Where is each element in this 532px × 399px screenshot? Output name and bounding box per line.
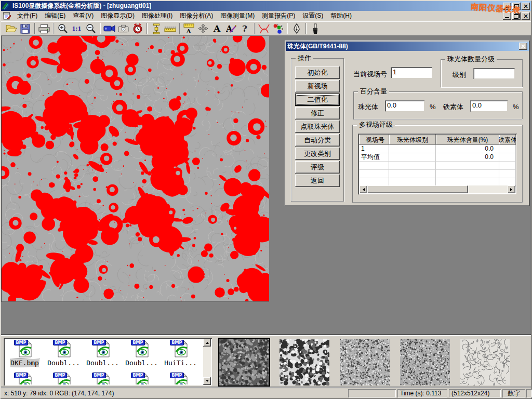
menu-image-process[interactable]: 图像处理(I) — [138, 10, 176, 21]
menu-edit[interactable]: 编辑(E) — [41, 10, 69, 21]
file-item[interactable]: BMP — [161, 372, 200, 384]
text-tool-icon[interactable]: A — [210, 22, 224, 35]
file-list-scrollbar[interactable] — [203, 339, 211, 385]
table-row[interactable]: 平均值 0.0 — [359, 153, 516, 162]
table-horizontal-scrollbar[interactable] — [360, 185, 515, 193]
zoom-out-icon[interactable] — [84, 22, 98, 35]
file-item[interactable]: BMP HuiTi... — [161, 339, 200, 367]
file-item[interactable]: BMP Doubl... — [44, 339, 83, 367]
grade-input[interactable] — [473, 68, 515, 79]
metallograph-image[interactable] — [2, 36, 269, 301]
binarize-button[interactable]: 二值化 — [295, 94, 340, 106]
correct-button[interactable]: 修正 — [295, 107, 340, 119]
minimize-button[interactable] — [503, 3, 511, 10]
vertical-ruler-icon[interactable] — [149, 22, 163, 35]
menu-file[interactable]: 文件(F) — [14, 10, 41, 21]
file-item[interactable]: BMP — [44, 372, 83, 384]
title-bar[interactable]: IS100显微摄像系统(金相分析版) - [zhuguangti01] × — [1, 1, 531, 11]
brush-icon[interactable] — [308, 22, 322, 35]
help-icon[interactable]: ? — [238, 22, 252, 35]
file-item[interactable]: BMP — [122, 372, 161, 384]
dialog-close-button[interactable]: × — [519, 43, 527, 50]
pick-pearlite-button[interactable]: 点取珠光体 — [295, 121, 340, 133]
operation-group-label: 操作 — [296, 55, 313, 62]
scrollbar-track[interactable] — [203, 347, 211, 377]
thumbnail-3[interactable] — [340, 339, 390, 385]
scroll-down-button[interactable] — [203, 377, 211, 385]
zoom-ratio-icon[interactable]: 1:1 — [70, 22, 84, 35]
timer-icon[interactable] — [130, 22, 144, 35]
classify-dots-icon[interactable]: 1 2 3 — [271, 22, 285, 35]
scroll-right-button[interactable] — [508, 185, 515, 193]
dialog-title-bar[interactable]: 珠光体(GB/T9441-88) × — [286, 42, 529, 51]
toolbar: 1:1 — [1, 22, 531, 36]
mdi-minimize-button[interactable] — [503, 12, 511, 20]
bmp-file-icon: BMP — [94, 339, 112, 358]
multi-field-group: 多视场评级 视场号 珠光体级别 珠光体含量(%) 铁素体 1 — [352, 125, 523, 203]
file-item[interactable]: BMP Doubl... — [83, 339, 122, 367]
percent-group: 百分含量 珠光体 0.0 % 铁素体 0.0 % — [353, 91, 523, 119]
pearlite-percent-input[interactable]: 0.0 — [385, 100, 424, 112]
thumbnail-1[interactable] — [219, 339, 269, 385]
menu-image-display[interactable]: 图像显示(D) — [97, 10, 138, 21]
scroll-up-button[interactable] — [203, 339, 211, 347]
col-header-grade[interactable]: 珠光体级别 — [389, 135, 436, 145]
bmp-file-icon: BMP — [55, 372, 73, 384]
menu-view[interactable]: 查看(V) — [69, 10, 97, 21]
calibrate-icon[interactable]: A — [182, 22, 196, 35]
move-tool-icon[interactable] — [196, 22, 210, 35]
thumbnail-5[interactable] — [460, 339, 510, 385]
mdi-close-button[interactable]: × — [522, 12, 530, 20]
cell-field-no: 1 — [359, 145, 389, 153]
maximize-icon — [514, 4, 519, 8]
new-field-button[interactable]: 新视场 — [295, 80, 340, 92]
scroll-left-button[interactable] — [360, 185, 367, 193]
ferrite-label: 铁素体 — [443, 102, 463, 112]
scrollbar-thumb[interactable] — [367, 185, 468, 193]
grade-button[interactable]: 评级 — [295, 161, 340, 174]
multi-field-group-label: 多视场评级 — [357, 121, 395, 128]
menu-report[interactable]: 测量报告(P) — [258, 10, 299, 21]
table-row[interactable]: 1 0.0 — [359, 145, 516, 153]
grade-group-label: 珠光体数量分级 — [445, 56, 497, 63]
initialize-button[interactable]: 初始化 — [295, 66, 340, 79]
status-image-size: (512x512x24) — [449, 389, 501, 397]
file-item[interactable]: BMP DKF.bmp — [5, 339, 44, 367]
menu-image-measure[interactable]: 图像测量(M) — [217, 10, 258, 21]
file-item[interactable]: BMP — [5, 372, 44, 384]
pen-nib-icon[interactable] — [289, 22, 303, 35]
app-icon — [2, 2, 10, 10]
save-icon[interactable] — [18, 22, 32, 35]
col-header-pearlite[interactable]: 珠光体含量(%) — [436, 135, 499, 145]
change-class-button[interactable]: 更改类别 — [295, 148, 340, 160]
current-field-input[interactable]: 1 — [391, 67, 432, 78]
print-icon[interactable] — [37, 22, 51, 35]
file-item[interactable]: BMP — [83, 372, 122, 384]
close-button[interactable]: × — [522, 3, 530, 10]
bmp-badge: BMP — [92, 373, 107, 378]
annotate-tool-icon[interactable]: A — [224, 22, 238, 35]
col-header-field[interactable]: 视场号 — [359, 135, 389, 145]
col-header-ferrite[interactable]: 铁素体 — [499, 135, 516, 145]
bmp-badge: BMP — [53, 373, 68, 378]
mdi-restore-button[interactable] — [512, 12, 521, 20]
maximize-button[interactable] — [512, 3, 521, 10]
curve-tool-icon[interactable] — [257, 22, 271, 35]
auto-classify-button[interactable]: 自动分类 — [295, 134, 340, 147]
video-camera-icon[interactable] — [102, 22, 116, 35]
status-resize-grip — [526, 389, 532, 397]
menu-help[interactable]: 帮助(H) — [327, 10, 355, 21]
return-button[interactable]: 返回 — [295, 175, 340, 187]
ferrite-percent-input[interactable]: 0.0 — [470, 100, 508, 112]
cell-ferrite — [499, 145, 516, 153]
file-item[interactable]: BMP Doubl... — [122, 339, 161, 367]
menu-settings[interactable]: 设置(S) — [299, 10, 327, 21]
thumbnail-2[interactable] — [280, 339, 329, 385]
horizontal-ruler-icon[interactable] — [163, 22, 177, 35]
thumbnail-4[interactable] — [400, 339, 450, 385]
open-icon[interactable] — [4, 22, 18, 35]
photo-camera-icon[interactable] — [116, 22, 130, 35]
scrollbar-track[interactable] — [367, 185, 508, 193]
zoom-in-icon[interactable] — [56, 22, 70, 35]
menu-image-analysis[interactable]: 图像分析(A) — [176, 10, 217, 21]
